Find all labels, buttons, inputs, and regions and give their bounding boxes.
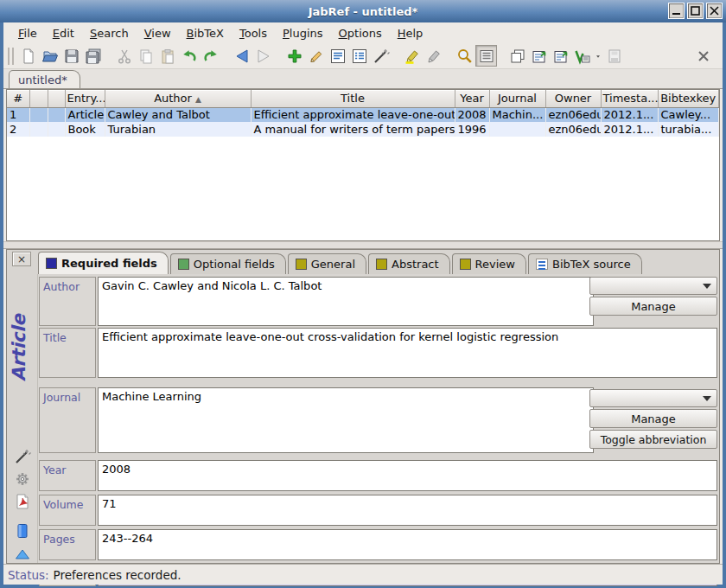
column-header-icon[interactable] [48, 90, 65, 107]
menu-search[interactable]: Search [82, 24, 137, 42]
menu-options[interactable]: Options [331, 24, 390, 42]
author-field[interactable]: Gavin C. Cawley and Nicola L. C. Talbot [98, 277, 594, 326]
editor-tab-optional-fields[interactable]: Optional fields [170, 253, 286, 274]
generate-key-wand-icon[interactable] [13, 447, 32, 466]
close-button[interactable] [706, 3, 723, 19]
table-cell[interactable]: Cawley... [658, 107, 719, 122]
tab-untitled[interactable]: untitled* [9, 70, 80, 88]
open-pdf-icon[interactable] [13, 492, 32, 511]
open-url-icon[interactable] [13, 521, 32, 540]
toggle-preview-icon[interactable] [348, 45, 370, 67]
menu-plugins[interactable]: Plugins [275, 24, 331, 42]
table-cell[interactable]: Article [65, 107, 105, 122]
new-database-icon[interactable] [17, 45, 39, 67]
maximize-button[interactable] [687, 3, 704, 19]
menu-tools[interactable]: Tools [232, 24, 275, 42]
cleanup-entries-icon[interactable] [370, 45, 392, 67]
column-header-title[interactable]: Title [251, 90, 455, 107]
column-header-entry[interactable]: Entry... [65, 90, 105, 107]
table-cell[interactable]: 2012.1... [601, 122, 658, 137]
editor-tab-bibtex-source[interactable]: BibTeX source [528, 253, 642, 274]
menu-file[interactable]: File [10, 24, 45, 42]
menu-view[interactable]: View [137, 24, 179, 42]
table-cell[interactable]: 2 [7, 122, 29, 137]
table-cell[interactable]: Turabian [105, 122, 251, 137]
redo-icon[interactable] [200, 45, 221, 67]
table-cell[interactable]: Book [65, 122, 105, 137]
autoset-gear-icon[interactable] [13, 470, 32, 489]
table-cell[interactable]: A manual for writers of term papers... [251, 122, 455, 137]
editor-tab-review[interactable]: Review [452, 253, 526, 274]
table-cell[interactable] [29, 107, 48, 122]
push-to-editor-icon[interactable] [550, 45, 571, 67]
save-database-icon[interactable] [60, 45, 82, 67]
toolbar-handle[interactable] [8, 48, 14, 65]
table-row[interactable]: 2BookTurabianA manual for writers of ter… [7, 122, 719, 137]
table-cell[interactable] [489, 122, 545, 137]
toggle-abbreviation-button[interactable]: Toggle abbreviation [589, 430, 717, 449]
new-entry-icon[interactable] [283, 45, 305, 67]
table-cell[interactable]: ezn06edu [545, 107, 601, 122]
table-cell[interactable]: Machin... [489, 107, 545, 122]
title-field[interactable]: Efficient approximate leave-one-out cros… [98, 328, 717, 378]
column-header-author[interactable]: Author▲ [105, 90, 251, 107]
undo-icon[interactable] [178, 45, 200, 67]
table-cell[interactable] [48, 107, 65, 122]
journal-field[interactable]: Machine Learning [98, 387, 594, 453]
column-header-icon[interactable] [29, 90, 48, 107]
forward-icon [252, 45, 274, 67]
table-cell[interactable]: 2012.1... [601, 107, 658, 122]
table-cell[interactable]: ezn06edu [545, 122, 601, 137]
table-cell[interactable] [29, 122, 48, 137]
toggle-search-panel-icon[interactable] [475, 45, 497, 67]
new-window-icon[interactable] [506, 45, 528, 67]
table-cell[interactable]: 1996 [455, 122, 489, 137]
table-cell[interactable]: 1 [7, 107, 29, 122]
editor-close-button[interactable]: × [12, 252, 31, 266]
splitter-handle[interactable] [3, 241, 723, 249]
column-header-owner[interactable]: Owner [545, 90, 601, 107]
journal-manage-button[interactable]: Manage [589, 409, 717, 428]
table-cell[interactable]: Efficient approximate leave-one-out... [251, 107, 455, 122]
column-header-bibtexkey[interactable]: Bibtexkey [658, 90, 719, 107]
pages-field[interactable]: 243--264 [98, 529, 717, 560]
search-icon[interactable] [454, 45, 475, 67]
push-to-application-icon[interactable] [528, 45, 550, 67]
previous-entry-icon[interactable] [13, 546, 32, 565]
push-dropdown-arrow-icon[interactable] [593, 45, 603, 67]
open-database-icon[interactable] [39, 45, 60, 67]
column-header-#[interactable]: # [7, 90, 29, 107]
toggle-groups-icon[interactable] [327, 45, 348, 67]
editor-tab-abstract[interactable]: Abstract [368, 253, 450, 274]
editor-tab-general[interactable]: General [288, 253, 366, 274]
edit-entry-icon[interactable] [305, 45, 327, 67]
table-cell[interactable] [48, 122, 65, 137]
export-entries-icon [603, 45, 625, 67]
editor-tab-required-fields[interactable]: Required fields [38, 252, 169, 274]
copy-icon [135, 45, 156, 67]
window-content: FileEditSearchViewBibTeXToolsPluginsOpti… [3, 22, 723, 585]
year-field[interactable]: 2008 [98, 460, 717, 491]
volume-field[interactable]: 71 [98, 495, 717, 526]
table-cell[interactable]: 2008 [455, 107, 489, 122]
journal-word-combobox[interactable] [589, 389, 717, 407]
push-to-latex-icon[interactable] [571, 45, 593, 67]
title-bar[interactable]: JabRef - untitled* [0, 0, 726, 22]
editor-close-icon: × [17, 253, 26, 265]
table-cell[interactable]: turabia... [658, 122, 719, 137]
column-header-journal[interactable]: Journal [489, 90, 545, 107]
table-cell[interactable]: Cawley and Talbot [105, 107, 251, 122]
menu-edit[interactable]: Edit [45, 24, 82, 42]
column-header-timesta[interactable]: Timesta... [601, 90, 658, 107]
mark-entries-icon[interactable] [401, 45, 423, 67]
menu-help[interactable]: Help [390, 24, 431, 42]
menu-bibtex[interactable]: BibTeX [179, 24, 232, 42]
back-icon[interactable] [231, 45, 252, 67]
save-all-icon[interactable] [82, 45, 104, 67]
toolbar-close-icon[interactable] [692, 45, 714, 67]
table-row[interactable]: 1ArticleCawley and TalbotEfficient appro… [7, 107, 719, 122]
column-header-year[interactable]: Year [455, 90, 489, 107]
author-word-combobox[interactable] [589, 277, 717, 295]
minimize-button[interactable] [668, 3, 685, 19]
author-manage-button[interactable]: Manage [589, 297, 717, 316]
